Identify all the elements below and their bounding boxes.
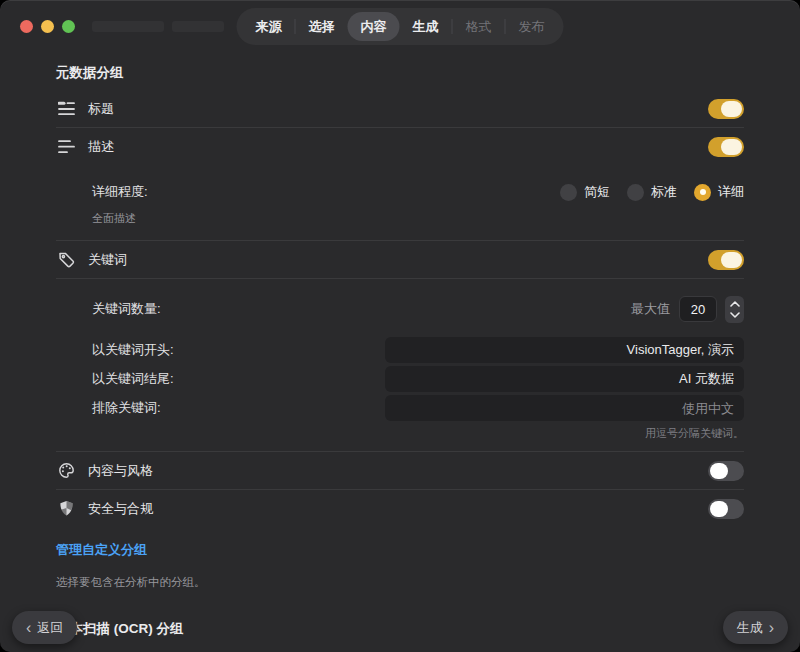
metadata-section-header: 元数据分组 (56, 64, 744, 82)
toggle-knob (710, 501, 728, 517)
chevron-left-icon: ‹ (26, 620, 31, 636)
titlebar: 来源 选择 内容 生成 格式 发布 (0, 0, 800, 52)
row-label: 安全与合规 (88, 500, 153, 518)
content-style-toggle[interactable] (708, 461, 744, 481)
start-keywords-row: 以关键词开头: (92, 337, 744, 363)
tag-icon (56, 251, 76, 268)
tab-bar: 来源 选择 内容 生成 格式 发布 (237, 8, 564, 45)
radio-dot (694, 184, 711, 201)
comma-hint: 用逗号分隔关键词。 (92, 426, 744, 441)
stepper-down-icon[interactable] (730, 312, 740, 318)
obscured-title-text (92, 21, 164, 32)
obscured-title-text (172, 21, 224, 32)
minimize-button[interactable] (41, 20, 54, 33)
radio-label: 简短 (584, 183, 610, 201)
close-button[interactable] (20, 20, 33, 33)
field-label: 排除关键词: (92, 399, 161, 417)
align-left-icon (56, 138, 76, 155)
radio-standard[interactable]: 标准 (627, 183, 677, 201)
radio-dot (560, 184, 577, 201)
exclude-keywords-input[interactable] (385, 395, 744, 421)
tab-publish[interactable]: 发布 (506, 12, 558, 41)
title-format-icon (56, 100, 76, 117)
ocr-section-header: 文本扫描 (OCR) 分组 (56, 620, 744, 638)
divider (56, 278, 744, 279)
detail-level-label: 详细程度: (92, 183, 148, 201)
settings-content: 元数据分组 标题 (0, 64, 800, 652)
tab-select[interactable]: 选择 (296, 12, 348, 41)
title-toggle[interactable] (708, 99, 744, 119)
safety-toggle[interactable] (708, 499, 744, 519)
keyword-count-label: 关键词数量: (92, 300, 161, 318)
traffic-lights (20, 20, 75, 33)
keyword-count-value[interactable]: 20 (679, 296, 717, 322)
keywords-toggle[interactable] (708, 250, 744, 270)
app-window: 来源 选择 内容 生成 格式 发布 元数据分组 标题 (0, 0, 800, 652)
row-safety: 安全与合规 (56, 490, 744, 527)
field-label: 以关键词结尾: (92, 370, 174, 388)
tab-generate[interactable]: 生成 (400, 12, 452, 41)
radio-dot (627, 184, 644, 201)
row-content-style: 内容与风格 (56, 452, 744, 489)
tab-content[interactable]: 内容 (348, 12, 400, 41)
radio-label: 详细 (718, 183, 744, 201)
generate-button[interactable]: 生成 › (723, 611, 788, 644)
toggle-knob (710, 463, 728, 479)
detail-level-row: 详细程度: 简短 标准 详细 (92, 177, 744, 207)
tab-format[interactable]: 格式 (453, 12, 505, 41)
back-button-label: 返回 (37, 619, 63, 637)
row-label: 标题 (88, 100, 114, 118)
exclude-keywords-row: 排除关键词: (92, 395, 744, 421)
keyword-count-row: 关键词数量: 最大值 20 (92, 291, 744, 327)
chevron-right-icon: › (769, 620, 774, 636)
field-label: 以关键词开头: (92, 341, 174, 359)
generate-button-label: 生成 (737, 619, 763, 637)
back-button[interactable]: ‹ 返回 (12, 611, 77, 644)
detail-level-caption: 全面描述 (92, 211, 744, 226)
toggle-knob (721, 101, 742, 117)
palette-icon (56, 462, 76, 479)
row-title: 标题 (56, 90, 744, 127)
toggle-knob (721, 252, 742, 268)
row-label: 描述 (88, 138, 114, 156)
toggle-knob (721, 139, 742, 155)
start-keywords-input[interactable] (385, 337, 744, 363)
section-footer-caption: 选择要包含在分析中的分组。 (56, 575, 744, 590)
description-toggle[interactable] (708, 137, 744, 157)
row-label: 内容与风格 (88, 462, 153, 480)
tab-source[interactable]: 来源 (243, 12, 295, 41)
row-description: 描述 (56, 128, 744, 165)
stepper-up-icon[interactable] (730, 301, 740, 307)
end-keywords-input[interactable] (385, 366, 744, 392)
manage-custom-groups-link[interactable]: 管理自定义分组 (56, 541, 744, 559)
keyword-count-stepper (725, 296, 744, 323)
detail-level-radio-group: 简短 标准 详细 (560, 183, 744, 201)
end-keywords-row: 以关键词结尾: (92, 366, 744, 392)
row-keywords: 关键词 (56, 241, 744, 278)
radio-label: 标准 (651, 183, 677, 201)
zoom-button[interactable] (62, 20, 75, 33)
radio-brief[interactable]: 简短 (560, 183, 610, 201)
radio-detailed[interactable]: 详细 (694, 183, 744, 201)
max-value-label: 最大值 (631, 300, 670, 318)
shield-icon (56, 500, 76, 517)
row-label: 关键词 (88, 251, 127, 269)
